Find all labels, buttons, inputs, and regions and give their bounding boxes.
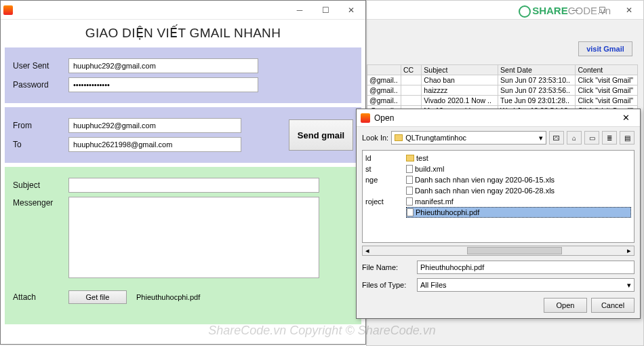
user-sent-input[interactable] <box>68 58 258 73</box>
files-of-type-label: Files of Type: <box>362 281 413 289</box>
look-in-label: Look In: <box>362 134 388 142</box>
list-view-icon[interactable]: ≣ <box>602 131 617 145</box>
folder-icon <box>395 134 403 141</box>
user-sent-label: User Sent <box>13 61 68 71</box>
sharecode-logo: SHARECODE.vn <box>519 5 611 18</box>
list-item[interactable]: build.xml <box>406 164 631 174</box>
files-of-type-select[interactable]: All Files ▾ <box>417 278 635 292</box>
file-icon <box>406 165 413 173</box>
content-panel: Subject Messenger Attach Get file Phieut… <box>5 167 361 324</box>
list-item[interactable]: Danh sach nhan vien ngay 2020-06-28.xls <box>406 185 631 196</box>
java-icon <box>361 113 370 123</box>
minimize-icon[interactable]: ─ <box>288 3 311 18</box>
send-gmail-button[interactable]: Send gmail <box>289 119 353 151</box>
java-icon <box>3 5 13 15</box>
open-button[interactable]: Open <box>544 298 587 313</box>
cancel-button[interactable]: Cancel <box>591 298 635 313</box>
to-input[interactable] <box>68 137 241 152</box>
horizontal-scrollbar[interactable]: ◂▸ <box>362 246 635 256</box>
messenger-textarea[interactable] <box>68 197 319 278</box>
folder-icon <box>406 155 414 161</box>
file-name-input[interactable]: Phieuthuhocphi.pdf <box>417 261 635 274</box>
table-header: Subject <box>422 65 498 75</box>
list-item[interactable]: manifest.mf <box>406 196 631 207</box>
attach-file-name: Phieuthuhocphi.pdf <box>136 293 200 301</box>
look-in-select[interactable]: QLTrungtamtinhoc ▾ <box>391 131 546 145</box>
list-item[interactable]: test <box>406 153 631 164</box>
up-folder-icon[interactable]: ⮹ <box>549 131 564 145</box>
open-dialog-titlebar: Open ✕ <box>357 109 640 127</box>
open-dialog-title: Open <box>374 113 394 123</box>
password-label: Password <box>13 80 68 90</box>
close-icon[interactable]: ✕ <box>616 113 636 123</box>
open-file-dialog: Open ✕ Look In: QLTrungtamtinhoc ▾ ⮹ ⌂ ▭… <box>356 109 641 319</box>
table-header: Sent Date <box>498 65 576 75</box>
password-input[interactable] <box>68 77 258 92</box>
list-item[interactable]: roject <box>365 196 401 207</box>
table-row[interactable]: @gmail..haizzzzSun Jun 07 23:53:56..Clic… <box>367 85 638 96</box>
addr-panel: From To Send gmail <box>5 107 361 163</box>
list-item[interactable]: Danh sach nhan vien ngay 2020-06-15.xls <box>406 174 631 185</box>
look-in-value: QLTrungtamtinhoc <box>405 134 466 142</box>
subject-label: Subject <box>13 180 68 190</box>
visit-gmail-button[interactable]: visit Gmail <box>578 41 632 56</box>
file-icon <box>406 187 413 195</box>
file-name-label: File Name: <box>362 263 413 271</box>
maximize-icon[interactable]: ☐ <box>314 3 337 18</box>
close-icon[interactable]: ✕ <box>340 3 363 18</box>
chevron-down-icon: ▾ <box>539 134 543 142</box>
attach-label: Attach <box>13 292 68 302</box>
home-icon[interactable]: ⌂ <box>567 131 582 145</box>
list-item[interactable] <box>365 185 401 196</box>
chevron-down-icon: ▾ <box>627 281 631 290</box>
auth-panel: User Sent Password <box>5 47 361 103</box>
file-icon <box>406 176 413 184</box>
table-row[interactable]: @gmail..Vivado 2020.1 Now ..Tue Jun 09 2… <box>367 96 638 106</box>
compose-titlebar: ─ ☐ ✕ <box>1 1 365 20</box>
list-item[interactable]: nge <box>365 174 401 185</box>
from-input[interactable] <box>68 118 241 133</box>
table-header: Content <box>576 65 638 75</box>
app-title: GIAO DIỆN VIẾT GMAIL NHANH <box>1 20 365 47</box>
from-label: From <box>13 121 68 130</box>
details-view-icon[interactable]: ▤ <box>620 131 635 145</box>
list-item[interactable]: Phieuthuhocphi.pdf <box>406 207 631 218</box>
subject-input[interactable] <box>68 178 319 193</box>
file-list-pane[interactable]: ldstngeroject testbuild.xmlDanh sach nha… <box>362 150 635 243</box>
new-folder-icon[interactable]: ▭ <box>584 131 599 145</box>
file-icon <box>406 197 413 206</box>
to-label: To <box>13 140 68 149</box>
file-icon <box>407 208 414 216</box>
close-icon[interactable]: ✕ <box>618 3 641 18</box>
compose-window: ─ ☐ ✕ GIAO DIỆN VIẾT GMAIL NHANH User Se… <box>0 0 366 345</box>
list-item[interactable]: ld <box>365 153 401 164</box>
table-row[interactable]: @gmail..Chao banSun Jun 07 23:53:10..Cli… <box>367 75 638 85</box>
messenger-label: Messenger <box>13 197 68 208</box>
list-item[interactable]: st <box>365 164 401 174</box>
table-header: CC <box>401 65 421 75</box>
get-file-button[interactable]: Get file <box>68 290 127 304</box>
